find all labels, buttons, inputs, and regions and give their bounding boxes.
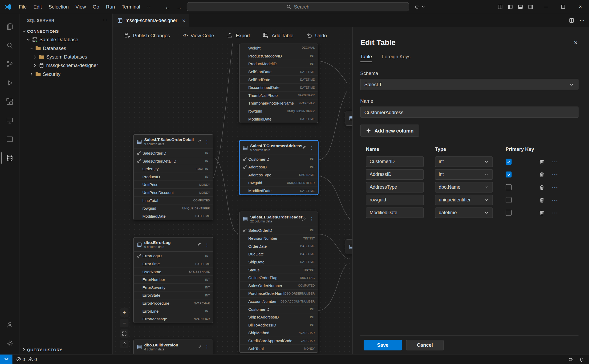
- zoom-fit-button[interactable]: [120, 329, 128, 338]
- explorer-icon[interactable]: [1, 17, 19, 36]
- table-node-header[interactable]: dbo.BuildVersion 4 column data ⋮: [134, 340, 213, 354]
- lock-canvas-button[interactable]: [120, 340, 128, 348]
- split-editor-icon[interactable]: [569, 18, 574, 23]
- table-column-row[interactable]: SalesOrderID INT: [240, 226, 318, 234]
- settings-gear-icon[interactable]: [1, 334, 19, 353]
- table-column-row[interactable]: ErrorLine INT: [134, 307, 213, 315]
- table-column-row[interactable]: ErrorLogID INT: [134, 252, 213, 260]
- table-node-header[interactable]: SalesLT.SalesOrderHeader 22 column data …: [240, 212, 318, 226]
- schema-table-node[interactable]: SalesLT.CustomerAddress 5 column data ⋮ …: [239, 140, 318, 195]
- column-type-dropdown[interactable]: uniqueidentifier: [435, 195, 493, 205]
- schema-table-node[interactable]: dbo.BuildVersion 4 column data ⋮: [133, 340, 213, 354]
- column-type-dropdown[interactable]: datetime: [435, 208, 493, 218]
- table-column-row[interactable]: rowguid UNIQUEIDENTIFIER: [240, 179, 318, 187]
- tab-foreign-keys[interactable]: Foreign Keys: [382, 54, 411, 62]
- table-node-more-icon[interactable]: ⋮: [204, 139, 210, 144]
- publish-changes-button[interactable]: Publish Changes: [124, 32, 170, 38]
- zoom-out-button[interactable]: −: [120, 319, 128, 327]
- table-column-row[interactable]: OnlineOrderFlag DBO.FLAG: [240, 274, 318, 282]
- primary-key-checkbox[interactable]: [506, 197, 512, 203]
- table-node-more-icon[interactable]: ⋮: [309, 145, 315, 150]
- column-more-button[interactable]: ···: [552, 210, 558, 216]
- sql-server-icon[interactable]: [1, 148, 19, 167]
- table-column-row[interactable]: ShipDate DATETIME: [240, 258, 318, 266]
- menu-run[interactable]: Run: [103, 2, 118, 11]
- table-column-row[interactable]: AccountNumber DBO.ACCOUNTNUMBER: [240, 297, 318, 305]
- table-node-header[interactable]: SalesLT.CustomerAddress 5 column data ⋮: [240, 141, 318, 155]
- column-more-button[interactable]: ···: [552, 184, 558, 190]
- toggle-sidebar-icon[interactable]: [507, 4, 513, 10]
- delete-column-button[interactable]: [539, 197, 545, 203]
- table-column-row[interactable]: LineTotal COMPUTED: [134, 196, 213, 204]
- primary-key-checkbox[interactable]: [506, 159, 512, 165]
- copilot-button[interactable]: [414, 3, 426, 10]
- remote-indicator[interactable]: ><: [0, 355, 13, 364]
- query-history-section[interactable]: QUERY HISTORY: [19, 345, 112, 354]
- table-column-row[interactable]: SalesOrderDetailID INT: [134, 157, 213, 165]
- column-name-input[interactable]: [366, 195, 424, 205]
- table-column-row[interactable]: ModifiedDate DATETIME: [240, 187, 318, 195]
- menu-selection[interactable]: Selection: [45, 2, 72, 11]
- table-node-more-icon[interactable]: ⋮: [204, 242, 210, 247]
- add-new-column-button[interactable]: Add new column: [360, 125, 419, 136]
- undo-button[interactable]: Undo: [306, 32, 327, 38]
- menu-file[interactable]: File: [15, 2, 30, 11]
- cancel-button[interactable]: Cancel: [406, 340, 444, 350]
- schema-table-node[interactable]: ⋮: [346, 111, 352, 126]
- table-column-row[interactable]: SalesOrderNumber COMPUTED: [240, 282, 318, 289]
- delete-column-button[interactable]: [539, 159, 545, 164]
- column-type-dropdown[interactable]: int: [435, 156, 493, 167]
- table-column-row[interactable]: CustomerID INT: [240, 155, 318, 163]
- table-column-row[interactable]: Status TINYINT: [240, 266, 318, 274]
- table-column-row[interactable]: SubTotal MONEY: [240, 344, 318, 352]
- table-node-more-icon[interactable]: ⋮: [204, 344, 210, 350]
- toggle-panel-icon[interactable]: [518, 4, 523, 10]
- column-more-button[interactable]: ···: [552, 159, 558, 164]
- table-column-row[interactable]: ProductCategoryID INT: [240, 52, 318, 60]
- column-more-button[interactable]: ···: [552, 197, 558, 203]
- schema-dropdown[interactable]: SalesLT: [360, 79, 578, 90]
- column-type-dropdown[interactable]: int: [435, 169, 493, 180]
- delete-column-button[interactable]: [539, 184, 545, 190]
- delete-column-button[interactable]: [539, 210, 545, 216]
- table-column-row[interactable]: ThumbnailPhotoFileName NVARCHAR: [240, 99, 318, 107]
- menu-overflow-icon[interactable]: ⋯: [144, 2, 155, 11]
- table-column-row[interactable]: CustomerID INT: [240, 305, 318, 313]
- save-button[interactable]: Save: [364, 340, 402, 350]
- primary-key-checkbox[interactable]: [506, 210, 512, 216]
- edit-table-pencil-icon[interactable]: [197, 344, 202, 349]
- schema-table-node[interactable]: SalesLT.SalesOrderDetail 9 column data ⋮…: [133, 134, 213, 220]
- table-column-row[interactable]: CreditCardApprovalCode VARCHAR: [240, 337, 318, 345]
- sidebar-item-sample-database[interactable]: Sample Database: [19, 35, 112, 44]
- search-box[interactable]: Search: [187, 2, 409, 11]
- table-column-row[interactable]: rowguid UNIQUEIDENTIFIER: [134, 204, 213, 212]
- table-column-row[interactable]: ModifiedDate DATETIME: [134, 212, 213, 220]
- primary-key-checkbox[interactable]: [506, 171, 512, 177]
- notifications-bell-icon[interactable]: [579, 357, 584, 362]
- maximize-button[interactable]: [554, 0, 572, 14]
- minimize-button[interactable]: ─: [537, 0, 554, 14]
- table-column-row[interactable]: UserName SYS.SYSNAME: [134, 267, 213, 275]
- forward-icon[interactable]: →: [175, 3, 183, 10]
- column-name-input[interactable]: [366, 182, 424, 192]
- edit-table-pencil-icon[interactable]: [302, 145, 306, 150]
- table-column-row[interactable]: ErrorState INT: [134, 291, 213, 299]
- table-column-row[interactable]: ErrorProcedure NVARCHAR: [134, 299, 213, 307]
- customize-layout-icon[interactable]: [497, 4, 503, 10]
- table-column-row[interactable]: SalesOrderID INT: [134, 149, 213, 157]
- table-column-row[interactable]: rowguid UNIQUEIDENTIFIER: [240, 107, 318, 115]
- copilot-status-icon[interactable]: [568, 356, 574, 362]
- table-column-row[interactable]: ModifiedDate DATETIME: [240, 115, 318, 123]
- column-name-input[interactable]: [366, 156, 424, 167]
- table-column-row[interactable]: UnitPrice MONEY: [134, 180, 213, 188]
- column-name-input[interactable]: [366, 169, 424, 180]
- table-column-row[interactable]: ShipToAddressID INT: [240, 313, 318, 321]
- schema-table-node[interactable]: dbo.ErrorLog 9 column data ⋮ ErrorLogID …: [133, 237, 213, 323]
- table-column-row[interactable]: UnitPriceDiscount MONEY: [134, 188, 213, 196]
- column-more-button[interactable]: ···: [552, 172, 558, 177]
- table-column-row[interactable]: ErrorMessage NVARCHAR: [134, 315, 213, 323]
- column-type-dropdown[interactable]: dbo.Name: [435, 182, 493, 192]
- primary-key-checkbox[interactable]: [506, 184, 512, 190]
- connections-section[interactable]: CONNECTIONS: [19, 27, 112, 35]
- view-code-button[interactable]: </> View Code: [183, 32, 214, 38]
